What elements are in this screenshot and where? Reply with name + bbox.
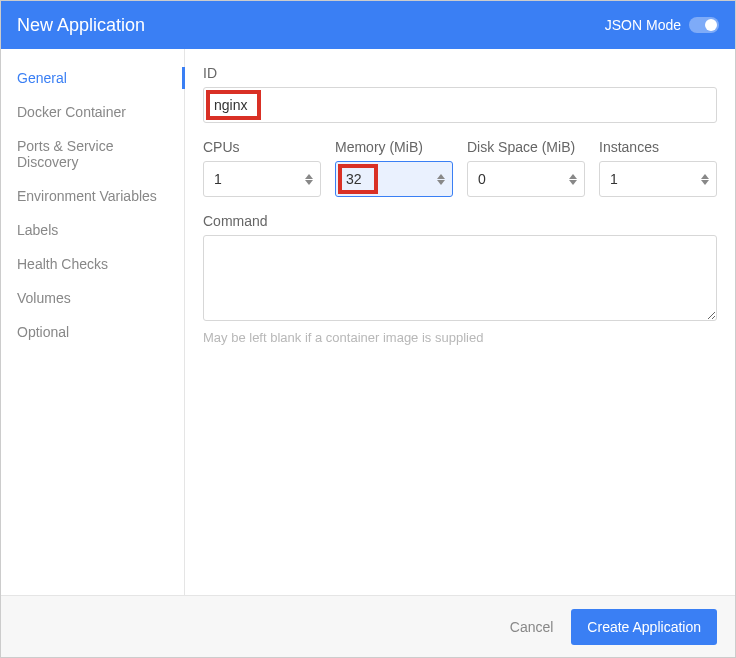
sidebar-item-label: Optional xyxy=(17,324,69,340)
disk-field: Disk Space (MiB) xyxy=(467,139,585,197)
create-application-button[interactable]: Create Application xyxy=(571,609,717,645)
sidebar-item-label: Volumes xyxy=(17,290,71,306)
dialog-footer: Cancel Create Application xyxy=(1,595,735,657)
json-mode-group: JSON Mode xyxy=(605,17,719,33)
chevron-down-icon[interactable] xyxy=(305,180,313,185)
sidebar-item-label: Labels xyxy=(17,222,58,238)
instances-field: Instances xyxy=(599,139,717,197)
command-input[interactable] xyxy=(203,235,717,321)
sidebar-item-label: Docker Container xyxy=(17,104,126,120)
instances-spinner xyxy=(697,164,713,194)
cpus-spinner xyxy=(301,164,317,194)
chevron-up-icon[interactable] xyxy=(305,174,313,179)
sidebar-item-ports-service-discovery[interactable]: Ports & Service Discovery xyxy=(1,129,184,179)
dialog-title: New Application xyxy=(17,15,145,36)
sidebar-item-label: Environment Variables xyxy=(17,188,157,204)
memory-spinner xyxy=(433,164,449,194)
dialog-header: New Application JSON Mode xyxy=(1,1,735,49)
chevron-down-icon[interactable] xyxy=(701,180,709,185)
id-field-row: ID xyxy=(203,65,717,123)
sidebar-item-environment-variables[interactable]: Environment Variables xyxy=(1,179,184,213)
sidebar-item-volumes[interactable]: Volumes xyxy=(1,281,184,315)
id-label: ID xyxy=(203,65,717,81)
sidebar: General Docker Container Ports & Service… xyxy=(1,49,185,595)
sidebar-item-label: Ports & Service Discovery xyxy=(17,138,113,170)
chevron-up-icon[interactable] xyxy=(437,174,445,179)
cpus-input-wrap xyxy=(203,161,321,197)
chevron-up-icon[interactable] xyxy=(569,174,577,179)
chevron-down-icon[interactable] xyxy=(437,180,445,185)
chevron-down-icon[interactable] xyxy=(569,180,577,185)
id-input[interactable] xyxy=(203,87,717,123)
sidebar-item-health-checks[interactable]: Health Checks xyxy=(1,247,184,281)
cancel-button[interactable]: Cancel xyxy=(510,619,554,635)
command-field-row: Command May be left blank if a container… xyxy=(203,213,717,345)
dialog-body: General Docker Container Ports & Service… xyxy=(1,49,735,595)
instances-label: Instances xyxy=(599,139,717,155)
command-help-text: May be left blank if a container image i… xyxy=(203,330,717,345)
sidebar-item-label: Health Checks xyxy=(17,256,108,272)
sidebar-item-optional[interactable]: Optional xyxy=(1,315,184,349)
form-content: ID CPUs xyxy=(185,49,735,595)
memory-input-wrap xyxy=(335,161,453,197)
instances-input-wrap xyxy=(599,161,717,197)
cpus-label: CPUs xyxy=(203,139,321,155)
json-mode-toggle[interactable] xyxy=(689,17,719,33)
command-label: Command xyxy=(203,213,717,229)
app-dialog: New Application JSON Mode General Docker… xyxy=(0,0,736,658)
cpus-field: CPUs xyxy=(203,139,321,197)
json-mode-label: JSON Mode xyxy=(605,17,681,33)
disk-input-wrap xyxy=(467,161,585,197)
id-input-wrap xyxy=(203,87,717,123)
disk-spinner xyxy=(565,164,581,194)
memory-field: Memory (MiB) xyxy=(335,139,453,197)
chevron-up-icon[interactable] xyxy=(701,174,709,179)
sidebar-item-labels[interactable]: Labels xyxy=(1,213,184,247)
sidebar-item-docker-container[interactable]: Docker Container xyxy=(1,95,184,129)
memory-label: Memory (MiB) xyxy=(335,139,453,155)
disk-label: Disk Space (MiB) xyxy=(467,139,585,155)
toggle-knob-icon xyxy=(705,19,717,31)
sidebar-item-label: General xyxy=(17,70,67,86)
resources-row: CPUs Memory (MiB) xyxy=(203,139,717,197)
sidebar-item-general[interactable]: General xyxy=(1,61,184,95)
